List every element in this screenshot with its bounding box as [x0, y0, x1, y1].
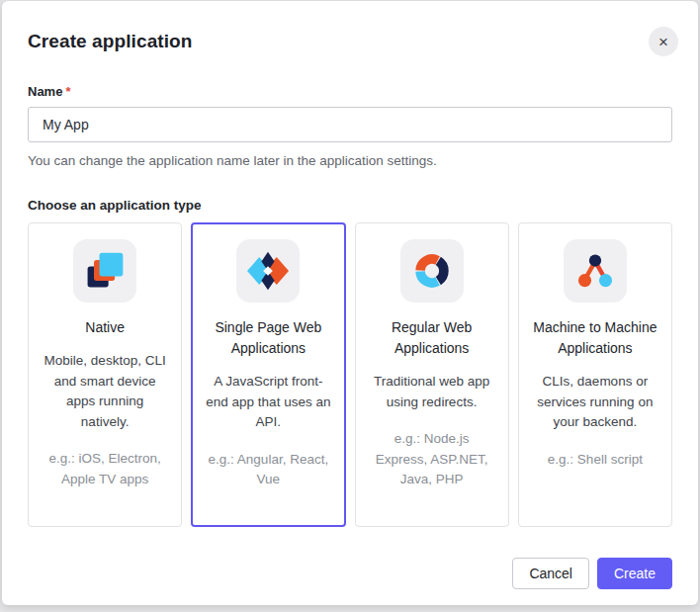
name-label-text: Name [28, 84, 62, 99]
card-description: A JavaScript front-end app that uses an … [204, 372, 332, 433]
card-examples: e.g.: Angular, React, Vue [204, 450, 332, 490]
card-examples: e.g.: iOS, Electron, Apple TV apps [41, 449, 169, 489]
spa-icon-tile [236, 239, 300, 303]
application-type-label: Choose an application type [28, 198, 672, 213]
application-type-card-machine-to-machine[interactable]: Machine to Machine Applications CLIs, da… [518, 222, 672, 527]
overlapping-diamonds-icon [247, 250, 289, 292]
name-helper-text: You can change the application name late… [28, 153, 672, 168]
card-examples: e.g.: Node.js Express, ASP.NET, Java, PH… [368, 429, 496, 490]
dialog-title: Create application [28, 31, 193, 52]
card-examples: e.g.: Shell script [548, 450, 643, 471]
dialog-footer: Cancel Create [28, 558, 672, 589]
cancel-button[interactable]: Cancel [512, 558, 589, 589]
dialog-header: Create application × [28, 27, 672, 56]
required-asterisk: * [65, 84, 70, 99]
name-field-label: Name* [28, 84, 672, 99]
application-type-card-regular-web[interactable]: Regular Web Applications Traditional web… [355, 222, 509, 527]
card-title: Single Page Web Applications [204, 317, 332, 359]
create-application-dialog: Create application × Name* You can chang… [2, 1, 698, 605]
application-name-input[interactable] [28, 107, 672, 142]
m2m-icon-tile [564, 239, 627, 303]
regular-web-icon-tile [400, 239, 464, 303]
application-type-card-spa[interactable]: Single Page Web Applications A JavaScrip… [191, 222, 345, 527]
create-button[interactable]: Create [597, 558, 672, 589]
card-description: Mobile, desktop, CLI and smart device ap… [41, 351, 169, 432]
card-title: Native [85, 317, 125, 338]
close-button[interactable]: × [649, 27, 678, 56]
close-icon: × [658, 34, 668, 50]
application-type-card-native[interactable]: Native Mobile, desktop, CLI and smart de… [28, 222, 182, 527]
card-description: CLIs, daemons or services running on you… [531, 372, 659, 433]
card-title: Machine to Machine Applications [531, 317, 659, 359]
application-type-cards: Native Mobile, desktop, CLI and smart de… [28, 222, 672, 527]
card-description: Traditional web app using redirects. [368, 372, 496, 412]
segmented-donut-icon [410, 249, 454, 293]
stacked-squares-icon [83, 249, 127, 293]
native-icon-tile [73, 239, 136, 303]
card-title: Regular Web Applications [368, 317, 496, 359]
linked-nodes-icon [574, 250, 616, 292]
